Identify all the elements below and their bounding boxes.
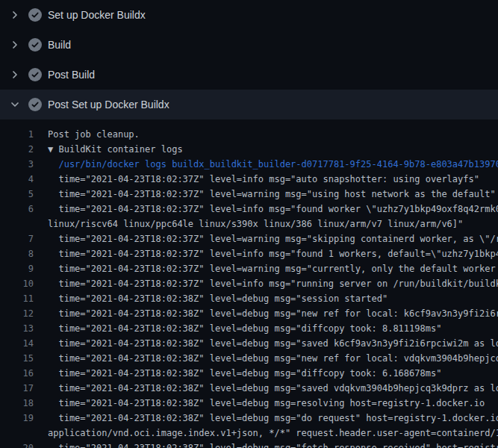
log-line-text: time="2021-04-23T18:02:38Z" level=debug …: [34, 441, 498, 448]
log-line: linux/riscv64 linux/ppc64le linux/s390x …: [0, 217, 498, 231]
step-success-check-icon: [28, 68, 42, 81]
step-header-post-build[interactable]: Post Build: [0, 60, 498, 90]
line-number[interactable]: 5: [0, 187, 34, 202]
line-number[interactable]: 6: [0, 202, 34, 217]
workflow-steps-list: Set up Docker BuildxBuildPost BuildPost …: [0, 0, 498, 119]
log-line-text[interactable]: ▼ BuildKit container logs: [34, 142, 183, 157]
log-line: 7 time="2021-04-23T18:02:37Z" level=warn…: [0, 231, 498, 246]
line-number[interactable]: 18: [0, 396, 34, 411]
chevron-right-icon[interactable]: [9, 69, 21, 81]
line-number: [0, 426, 34, 441]
log-line: 17 time="2021-04-23T18:02:38Z" level=deb…: [0, 381, 498, 396]
log-line-text: time="2021-04-23T18:02:37Z" level=warnin…: [34, 231, 498, 246]
line-number[interactable]: 3: [0, 157, 34, 172]
log-lines: 1Post job cleanup.2▼ BuildKit container …: [0, 119, 498, 448]
step-header-build[interactable]: Build: [0, 30, 498, 60]
log-line: 6 time="2021-04-23T18:02:37Z" level=info…: [0, 202, 498, 217]
line-number[interactable]: 17: [0, 381, 34, 396]
log-line-text: linux/riscv64 linux/ppc64le linux/s390x …: [34, 217, 463, 231]
log-line-text: time="2021-04-23T18:02:38Z" level=debug …: [34, 381, 498, 396]
log-line-text: time="2021-04-23T18:02:37Z" level=info m…: [34, 202, 498, 217]
line-number: [0, 217, 34, 231]
line-number[interactable]: 8: [0, 246, 34, 261]
log-line: 12 time="2021-04-23T18:02:38Z" level=deb…: [0, 306, 498, 321]
log-line-text: application/vnd.oci.image.index.v1+json,…: [34, 426, 498, 441]
chevron-right-icon[interactable]: [9, 9, 21, 21]
line-number[interactable]: 9: [0, 261, 34, 276]
step-header-set-up-docker-buildx[interactable]: Set up Docker Buildx: [0, 0, 498, 30]
line-number[interactable]: 13: [0, 321, 34, 336]
log-line-command: 3 /usr/bin/docker logs buildx_buildkit_b…: [0, 157, 498, 172]
log-line-text: time="2021-04-23T18:02:38Z" level=debug …: [34, 321, 441, 336]
line-number[interactable]: 12: [0, 306, 34, 321]
log-line-text: time="2021-04-23T18:02:37Z" level=info m…: [34, 172, 479, 187]
log-line-text: time="2021-04-23T18:02:38Z" level=debug …: [34, 396, 485, 411]
group-title-text: BuildKit container logs: [58, 144, 182, 155]
chevron-down-icon[interactable]: [9, 99, 21, 111]
chevron-right-icon[interactable]: [9, 39, 21, 51]
line-number[interactable]: 14: [0, 336, 34, 351]
log-line-group-header: 2▼ BuildKit container logs: [0, 142, 498, 157]
log-line-text: time="2021-04-23T18:02:38Z" level=debug …: [34, 351, 498, 366]
step-label: Post Set up Docker Buildx: [48, 97, 169, 112]
line-number[interactable]: 4: [0, 172, 34, 187]
log-line-text: time="2021-04-23T18:02:37Z" level=info m…: [34, 276, 498, 291]
log-line-text: time="2021-04-23T18:02:38Z" level=debug …: [34, 366, 441, 381]
step-header-post-set-up-docker-buildx[interactable]: Post Set up Docker Buildx: [0, 90, 498, 119]
log-line-text: /usr/bin/docker logs buildx_buildkit_bui…: [34, 157, 498, 172]
step-success-check-icon: [28, 98, 42, 111]
log-line: 10 time="2021-04-23T18:02:37Z" level=inf…: [0, 276, 498, 291]
step-success-check-icon: [28, 8, 42, 22]
log-line-text: time="2021-04-23T18:02:37Z" level=warnin…: [34, 187, 496, 202]
log-line: 4 time="2021-04-23T18:02:37Z" level=info…: [0, 172, 498, 187]
log-line: 11 time="2021-04-23T18:02:38Z" level=deb…: [0, 291, 498, 306]
log-line: 9 time="2021-04-23T18:02:37Z" level=warn…: [0, 261, 498, 276]
log-line-text: time="2021-04-23T18:02:38Z" level=debug …: [34, 291, 387, 306]
log-line-text: time="2021-04-23T18:02:37Z" level=warnin…: [34, 261, 498, 276]
log-line: 14 time="2021-04-23T18:02:38Z" level=deb…: [0, 336, 498, 351]
log-line: 20 time="2021-04-23T18:02:38Z" level=deb…: [0, 441, 498, 448]
log-line: 1Post job cleanup.: [0, 127, 498, 142]
line-number[interactable]: 2: [0, 142, 34, 157]
collapse-triangle-icon[interactable]: ▼: [48, 144, 58, 155]
line-number[interactable]: 10: [0, 276, 34, 291]
log-line: 16 time="2021-04-23T18:02:38Z" level=deb…: [0, 366, 498, 381]
log-line: 15 time="2021-04-23T18:02:38Z" level=deb…: [0, 351, 498, 366]
line-number[interactable]: 20: [0, 441, 34, 448]
log-line-text: time="2021-04-23T18:02:38Z" level=debug …: [34, 306, 498, 321]
log-line-text: time="2021-04-23T18:02:38Z" level=debug …: [34, 336, 498, 351]
log-line: 19 time="2021-04-23T18:02:38Z" level=deb…: [0, 411, 498, 426]
line-number[interactable]: 11: [0, 291, 34, 306]
log-line: 8 time="2021-04-23T18:02:37Z" level=info…: [0, 246, 498, 261]
step-label: Post Build: [48, 67, 95, 82]
log-line-text: time="2021-04-23T18:02:38Z" level=debug …: [34, 411, 498, 426]
log-line: application/vnd.oci.image.index.v1+json,…: [0, 426, 498, 441]
line-number[interactable]: 1: [0, 127, 34, 142]
log-line-text: Post job cleanup.: [34, 127, 140, 142]
log-line: 13 time="2021-04-23T18:02:38Z" level=deb…: [0, 321, 498, 336]
log-line: 18 time="2021-04-23T18:02:38Z" level=deb…: [0, 396, 498, 411]
log-line-text: time="2021-04-23T18:02:37Z" level=info m…: [34, 246, 498, 261]
line-number[interactable]: 15: [0, 351, 34, 366]
step-label: Set up Docker Buildx: [48, 7, 146, 22]
step-success-check-icon: [28, 38, 42, 52]
log-line: 5 time="2021-04-23T18:02:37Z" level=warn…: [0, 187, 498, 202]
line-number[interactable]: 7: [0, 231, 34, 246]
line-number[interactable]: 19: [0, 411, 34, 426]
line-number[interactable]: 16: [0, 366, 34, 381]
step-label: Build: [48, 37, 71, 52]
